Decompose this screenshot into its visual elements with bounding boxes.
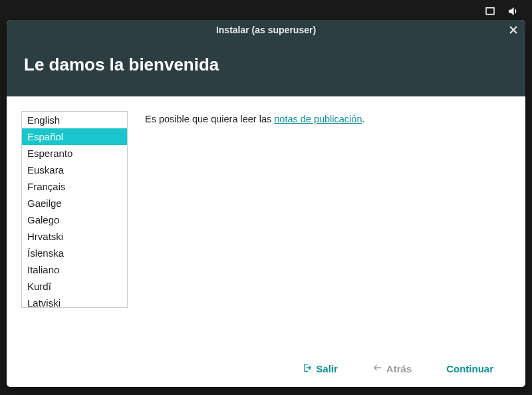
right-pane: Es posible que quiera leer las notas de … <box>145 111 508 346</box>
release-notes-link[interactable]: notas de publicación <box>274 114 362 124</box>
quit-label: Salir <box>316 363 338 374</box>
volume-icon[interactable] <box>507 5 519 20</box>
content-area: EnglishEspañolEsperantoEuskaraFrançaisGa… <box>7 96 525 353</box>
desktop-frame: Instalar (as superuser) Le damos la bien… <box>0 0 532 395</box>
language-item[interactable]: Esperanto <box>22 145 127 162</box>
title-bar: Instalar (as superuser) <box>7 20 525 40</box>
language-item[interactable]: Latviski <box>22 295 127 308</box>
back-button: Atrás <box>372 362 412 375</box>
maximize-icon[interactable] <box>484 5 496 20</box>
footer: Salir Atrás Continuar <box>7 353 525 387</box>
release-notes-suffix: . <box>362 114 364 124</box>
language-item[interactable]: Hrvatski <box>22 228 127 245</box>
language-item[interactable]: Kurdî <box>22 278 127 295</box>
language-item[interactable]: Euskara <box>22 162 127 178</box>
language-item[interactable]: Español <box>22 128 127 145</box>
window-title: Instalar (as superuser) <box>216 25 316 35</box>
release-notes-text: Es posible que quiera leer las notas de … <box>145 114 508 124</box>
continue-button[interactable]: Continuar <box>446 363 493 374</box>
page-title: Le damos la bienvenida <box>24 55 508 75</box>
arrow-left-icon <box>372 362 383 375</box>
release-notes-prefix: Es posible que quiera leer las <box>145 114 274 124</box>
language-item[interactable]: Gaeilge <box>22 195 127 211</box>
close-button[interactable] <box>508 25 519 35</box>
language-item[interactable]: Italiano <box>22 261 127 278</box>
system-top-bar <box>7 5 525 20</box>
header-band: Le damos la bienvenida <box>7 40 525 96</box>
back-label: Atrás <box>386 363 412 374</box>
svg-rect-0 <box>486 8 494 15</box>
language-item[interactable]: Íslenska <box>22 245 127 261</box>
language-list[interactable]: EnglishEspañolEsperantoEuskaraFrançaisGa… <box>21 111 128 308</box>
exit-icon <box>302 362 313 375</box>
quit-button[interactable]: Salir <box>302 362 338 375</box>
language-item[interactable]: Galego <box>22 211 127 228</box>
language-item[interactable]: English <box>22 112 127 128</box>
installer-window: Instalar (as superuser) Le damos la bien… <box>7 20 525 387</box>
language-item[interactable]: Français <box>22 178 127 195</box>
continue-label: Continuar <box>446 363 493 374</box>
